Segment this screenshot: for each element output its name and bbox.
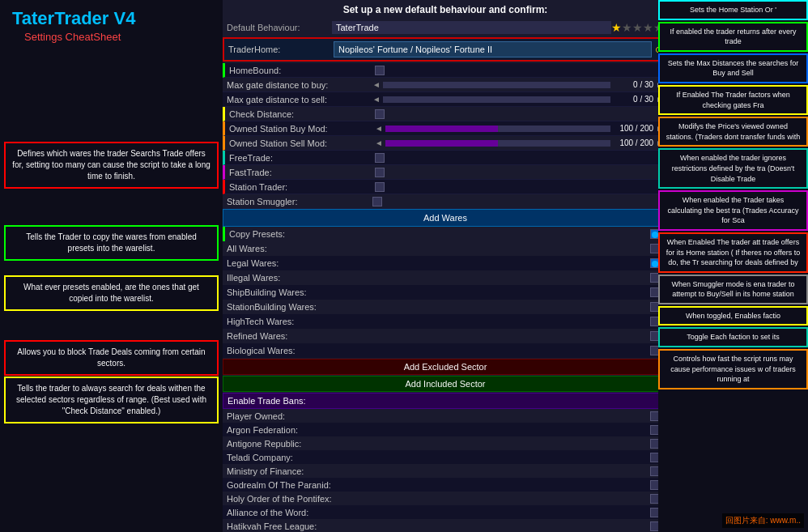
check-distance-checkbox[interactable] xyxy=(375,109,385,119)
ware-shipbuilding: ShipBuilding Wares: xyxy=(223,285,668,300)
right-info-faction-each: Toggle Each faction to set its xyxy=(658,327,808,347)
star-1: ★ xyxy=(611,21,622,34)
setting-max-gate-buy: Max gate distance to buy: ◄ 0 / 30 ► xyxy=(223,78,668,92)
faction-hatikvah-label: Hatikvah Free League: xyxy=(227,521,650,531)
faction-antigone-label: Antigone Republic: xyxy=(227,439,650,449)
ware-shipbuilding-label: ShipBuilding Wares: xyxy=(227,287,650,297)
ware-all-label: All Wares: xyxy=(227,244,650,253)
ware-hightech-label: HighTech Wares: xyxy=(227,317,650,326)
faction-teladi-label: Teladi Company: xyxy=(227,453,650,462)
behavior-row: Default Behaviour: TaterTrade ★ ★ ★ ★ ★ xyxy=(223,19,668,36)
info-box-block-deals: Allows you to block Trade Deals coming f… xyxy=(4,340,219,376)
station-smuggler-label: Station Smuggler: xyxy=(227,197,372,206)
star-2: ★ xyxy=(622,21,632,34)
max-gate-sell-slider[interactable] xyxy=(383,96,610,103)
right-info-smuggler: When Smuggler mode is ena trader to atte… xyxy=(658,275,808,304)
info-box-copy-presets: Tells the Trader to copy the wares from … xyxy=(4,225,219,261)
station-trader-label: Station Trader: xyxy=(229,182,375,192)
behavior-label: Default Behaviour: xyxy=(227,23,332,32)
faction-alliance: Alliance of the Word: xyxy=(223,505,668,519)
add-included-sector-button[interactable]: Add Included Sector xyxy=(223,376,668,392)
faction-player: Player Owned: xyxy=(223,409,668,423)
faction-alliance-label: Alliance of the Word: xyxy=(227,508,650,517)
ware-illegal: Illegal Wares: xyxy=(223,270,668,285)
owned-sell-mod-label: Owned Station Sell Mod: xyxy=(229,138,375,148)
faction-hatikvah: Hatikvah Free League: xyxy=(223,519,668,532)
right-info-freetrade: When enabled the trader ignores restrict… xyxy=(658,148,808,189)
star-4: ★ xyxy=(643,21,653,34)
info-box-always-search: Tells the trader to always search for de… xyxy=(4,377,219,423)
info-box-preset-note: What ever presets enabled, are the ones … xyxy=(4,275,219,311)
fasttrade-checkbox[interactable] xyxy=(375,168,385,177)
faction-teladi: Teladi Company: xyxy=(223,450,668,464)
faction-ministry: Ministry of Finance: xyxy=(223,464,668,478)
owned-sell-slider[interactable] xyxy=(385,140,610,147)
ware-legal-label: Legal Wares: xyxy=(227,258,650,268)
trader-home-value: Nopileos' Fortune / Nopileos' Fortune II xyxy=(338,45,492,54)
faction-paranid: Godrealm Of The Paranid: xyxy=(223,478,668,492)
star-3: ★ xyxy=(632,21,643,34)
faction-player-label: Player Owned: xyxy=(227,411,650,421)
right-info-faction-toggle: When toggled, Enables factio xyxy=(658,306,808,326)
factions-list: Player Owned: Argon Federation: Antigone… xyxy=(223,409,668,532)
add-wares-button[interactable]: Add Wares xyxy=(223,209,668,227)
right-info-returns: If enabled the trader returns after ever… xyxy=(658,22,808,52)
owned-sell-value: 100 / 200 xyxy=(613,138,653,147)
max-gate-buy-arrow-left[interactable]: ◄ xyxy=(372,80,381,89)
add-excluded-sector-button[interactable]: Add Excluded Sector xyxy=(223,359,668,375)
setting-fasttrade: FastTrade: xyxy=(223,165,668,180)
owned-buy-arrow-left[interactable]: ◄ xyxy=(375,124,383,133)
owned-buy-mod-label: Owned Station Buy Mod: xyxy=(229,124,375,134)
max-gate-sell-value: 0 / 30 xyxy=(613,95,653,104)
ware-legal: Legal Wares: xyxy=(223,256,668,270)
owned-buy-value: 100 / 200 xyxy=(613,124,653,133)
owned-sell-arrow-left[interactable]: ◄ xyxy=(375,138,383,147)
ware-stationbuilding-label: StationBuilding Wares: xyxy=(227,302,650,312)
ware-stationbuilding: StationBuilding Wares: xyxy=(223,300,668,314)
ware-all: All Wares: xyxy=(223,241,668,256)
setting-freetrade: FreeTrade: xyxy=(223,151,668,165)
setting-owned-sell-mod: Owned Station Sell Mod: ◄ 100 / 200 ► xyxy=(223,136,668,151)
faction-antigone: Antigone Republic: xyxy=(223,436,668,450)
copy-presets-label: Copy Presets: xyxy=(229,229,650,239)
right-info-gate-factors: If Enabled The Trader factors when check… xyxy=(658,85,808,115)
trader-home-container: TraderHome: Nopileos' Fortune / Nopileos… xyxy=(223,37,668,62)
faction-header: Enable Trade Bans: xyxy=(223,393,668,409)
ware-illegal-label: Illegal Wares: xyxy=(227,273,650,283)
ware-biological: Biological Wares: xyxy=(223,343,668,358)
ware-biological-label: Biological Wares: xyxy=(227,346,650,355)
station-smuggler-checkbox[interactable] xyxy=(372,197,382,206)
watermark: 回图片来自: www.m.. xyxy=(722,513,804,528)
main-panel: Set up a new default behaviour and confi… xyxy=(223,0,668,532)
faction-paranid-label: Godrealm Of The Paranid: xyxy=(227,480,650,490)
right-panel: Sets the Home Station Or ' If enabled th… xyxy=(658,0,808,532)
setting-station-smuggler: Station Smuggler: xyxy=(223,194,668,209)
setting-station-trader: Station Trader: xyxy=(223,180,668,194)
ware-refined: Refined Wares: xyxy=(223,329,668,343)
faction-argon: Argon Federation: xyxy=(223,423,668,436)
setup-header: Set up a new default behaviour and confi… xyxy=(223,0,668,19)
right-info-fasttrade: When enabled the Trader takes calculatin… xyxy=(658,190,808,231)
freetrade-checkbox[interactable] xyxy=(375,153,385,163)
freetrade-label: FreeTrade: xyxy=(229,153,375,163)
setting-homebound-label: HomeBound: xyxy=(229,66,375,75)
owned-buy-slider[interactable] xyxy=(385,126,610,132)
app-subtitle: Settings CheatSheet xyxy=(0,31,223,51)
left-panel: TaterTrader V4 Settings CheatSheet Defin… xyxy=(0,0,223,532)
max-gate-sell-arrow-left[interactable]: ◄ xyxy=(372,95,381,104)
setting-max-gate-sell: Max gate distance to sell: ◄ 0 / 30 ► xyxy=(223,92,668,107)
faction-header-label: Enable Trade Bans: xyxy=(228,396,306,406)
max-gate-sell-label: Max gate distance to sell: xyxy=(227,95,372,104)
wares-list: All Wares: Legal Wares: Illegal Wares: S… xyxy=(223,241,668,358)
faction-ministry-label: Ministry of Finance: xyxy=(227,466,650,476)
right-info-performance: Controls how fast the script runs may ca… xyxy=(658,349,808,389)
homebound-checkbox[interactable] xyxy=(375,66,385,75)
faction-holyorder: Holy Order of the Pontifex: xyxy=(223,492,668,505)
setting-homebound: HomeBound: xyxy=(223,63,668,78)
faction-holyorder-label: Holy Order of the Pontifex: xyxy=(227,494,650,504)
faction-argon-label: Argon Federation: xyxy=(227,425,650,435)
right-info-station-trader: When Enabled The trader att trade offers… xyxy=(658,232,808,273)
copy-presets-row: Copy Presets: xyxy=(223,227,668,241)
max-gate-buy-slider[interactable] xyxy=(383,82,610,88)
station-trader-checkbox[interactable] xyxy=(375,182,385,192)
